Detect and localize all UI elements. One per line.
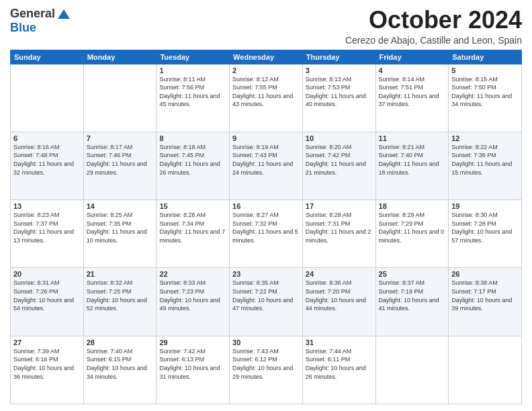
day-info: Sunrise: 7:39 AM Sunset: 6:16 PM Dayligh… (13, 347, 81, 381)
page: General Blue October 2024 Cerezo de Abaj… (0, 0, 532, 411)
day-info: Sunrise: 8:22 AM Sunset: 7:38 PM Dayligh… (451, 143, 519, 177)
day-number: 28 (87, 338, 154, 347)
day-info: Sunrise: 8:31 AM Sunset: 7:26 PM Dayligh… (13, 279, 81, 312)
day-info: Sunrise: 8:20 AM Sunset: 7:42 PM Dayligh… (306, 143, 373, 177)
table-row: 18Sunrise: 8:29 AM Sunset: 7:29 PM Dayli… (375, 200, 449, 268)
table-row: 13Sunrise: 8:23 AM Sunset: 7:37 PM Dayli… (11, 200, 84, 268)
logo: General Blue (10, 7, 70, 35)
table-row: 12Sunrise: 8:22 AM Sunset: 7:38 PM Dayli… (449, 132, 522, 199)
day-info: Sunrise: 7:43 AM Sunset: 6:12 PM Dayligh… (232, 347, 300, 381)
day-number: 2 (232, 66, 300, 75)
day-info: Sunrise: 8:36 AM Sunset: 7:20 PM Dayligh… (306, 279, 373, 312)
day-info: Sunrise: 8:33 AM Sunset: 7:23 PM Dayligh… (159, 279, 226, 312)
day-info: Sunrise: 7:44 AM Sunset: 6:11 PM Dayligh… (306, 347, 373, 381)
calendar-header-row: Sunday Monday Tuesday Wednesday Thursday… (11, 50, 522, 64)
table-row: 4Sunrise: 8:14 AM Sunset: 7:51 PM Daylig… (375, 64, 449, 132)
table-row: 20Sunrise: 8:31 AM Sunset: 7:26 PM Dayli… (11, 268, 84, 336)
table-row (83, 64, 157, 132)
day-number: 24 (306, 270, 373, 278)
table-row: 28Sunrise: 7:40 AM Sunset: 6:15 PM Dayli… (83, 336, 157, 404)
table-row: 10Sunrise: 8:20 AM Sunset: 7:42 PM Dayli… (302, 132, 375, 199)
day-info: Sunrise: 8:15 AM Sunset: 7:50 PM Dayligh… (451, 75, 519, 109)
day-number: 12 (451, 134, 519, 142)
day-number: 30 (232, 338, 300, 347)
col-saturday: Saturday (449, 50, 522, 64)
day-info: Sunrise: 8:11 AM Sunset: 7:56 PM Dayligh… (159, 75, 226, 109)
table-row: 29Sunrise: 7:42 AM Sunset: 6:13 PM Dayli… (157, 336, 230, 404)
day-info: Sunrise: 8:30 AM Sunset: 7:28 PM Dayligh… (451, 211, 519, 244)
month-title: October 2024 (345, 7, 522, 34)
day-info: Sunrise: 8:12 AM Sunset: 7:55 PM Dayligh… (232, 75, 300, 109)
table-row: 8Sunrise: 8:18 AM Sunset: 7:45 PM Daylig… (157, 132, 230, 199)
day-info: Sunrise: 8:18 AM Sunset: 7:45 PM Dayligh… (159, 143, 226, 177)
day-number: 31 (306, 338, 373, 347)
table-row: 11Sunrise: 8:21 AM Sunset: 7:40 PM Dayli… (375, 132, 449, 199)
table-row: 23Sunrise: 8:35 AM Sunset: 7:22 PM Dayli… (230, 268, 303, 336)
logo-triangle-icon (58, 9, 70, 19)
day-number: 8 (159, 134, 226, 142)
table-row: 21Sunrise: 8:32 AM Sunset: 7:25 PM Dayli… (83, 268, 157, 336)
day-number: 4 (379, 66, 446, 75)
table-row (449, 336, 522, 404)
day-info: Sunrise: 8:16 AM Sunset: 7:48 PM Dayligh… (13, 143, 81, 177)
day-number: 29 (159, 338, 226, 347)
table-row: 24Sunrise: 8:36 AM Sunset: 7:20 PM Dayli… (302, 268, 375, 336)
day-number: 9 (232, 134, 300, 142)
table-row: 6Sunrise: 8:16 AM Sunset: 7:48 PM Daylig… (11, 132, 84, 199)
day-info: Sunrise: 8:38 AM Sunset: 7:17 PM Dayligh… (451, 279, 519, 312)
day-number: 13 (13, 202, 81, 210)
table-row: 25Sunrise: 8:37 AM Sunset: 7:19 PM Dayli… (375, 268, 449, 336)
day-number: 25 (379, 270, 446, 278)
day-number: 7 (87, 134, 154, 142)
day-info: Sunrise: 8:21 AM Sunset: 7:40 PM Dayligh… (379, 143, 446, 177)
day-info: Sunrise: 8:27 AM Sunset: 7:32 PM Dayligh… (232, 211, 300, 244)
table-row: 19Sunrise: 8:30 AM Sunset: 7:28 PM Dayli… (449, 200, 522, 268)
day-number: 22 (159, 270, 226, 278)
table-row: 17Sunrise: 8:28 AM Sunset: 7:31 PM Dayli… (302, 200, 375, 268)
day-number: 19 (451, 202, 519, 210)
day-info: Sunrise: 7:40 AM Sunset: 6:15 PM Dayligh… (87, 347, 154, 381)
day-info: Sunrise: 8:26 AM Sunset: 7:34 PM Dayligh… (159, 211, 226, 244)
day-number: 27 (13, 338, 81, 347)
day-number: 21 (87, 270, 154, 278)
svg-marker-0 (58, 9, 70, 19)
col-friday: Friday (375, 50, 449, 64)
day-number: 6 (13, 134, 81, 142)
day-info: Sunrise: 8:19 AM Sunset: 7:43 PM Dayligh… (232, 143, 300, 177)
day-number: 3 (306, 66, 373, 75)
day-info: Sunrise: 8:13 AM Sunset: 7:53 PM Dayligh… (306, 75, 373, 109)
location: Cerezo de Abajo, Castille and Leon, Spai… (345, 35, 522, 46)
table-row: 7Sunrise: 8:17 AM Sunset: 7:46 PM Daylig… (83, 132, 157, 199)
table-row: 30Sunrise: 7:43 AM Sunset: 6:12 PM Dayli… (230, 336, 303, 404)
table-row: 27Sunrise: 7:39 AM Sunset: 6:16 PM Dayli… (11, 336, 84, 404)
title-block: October 2024 Cerezo de Abajo, Castille a… (345, 7, 522, 46)
calendar-table: Sunday Monday Tuesday Wednesday Thursday… (10, 50, 522, 404)
day-number: 20 (13, 270, 81, 278)
header: General Blue October 2024 Cerezo de Abaj… (10, 7, 522, 46)
day-number: 15 (159, 202, 226, 210)
day-info: Sunrise: 8:17 AM Sunset: 7:46 PM Dayligh… (87, 143, 154, 177)
day-number: 14 (87, 202, 154, 210)
table-row: 22Sunrise: 8:33 AM Sunset: 7:23 PM Dayli… (157, 268, 230, 336)
day-number: 1 (159, 66, 226, 75)
col-wednesday: Wednesday (230, 50, 303, 64)
logo-text-blue: Blue (10, 21, 36, 34)
table-row (11, 64, 84, 132)
col-sunday: Sunday (11, 50, 84, 64)
calendar-week-row: 20Sunrise: 8:31 AM Sunset: 7:26 PM Dayli… (11, 268, 522, 336)
day-info: Sunrise: 8:25 AM Sunset: 7:35 PM Dayligh… (87, 211, 154, 244)
day-info: Sunrise: 8:32 AM Sunset: 7:25 PM Dayligh… (87, 279, 154, 312)
day-number: 23 (232, 270, 300, 278)
table-row: 16Sunrise: 8:27 AM Sunset: 7:32 PM Dayli… (230, 200, 303, 268)
table-row: 15Sunrise: 8:26 AM Sunset: 7:34 PM Dayli… (157, 200, 230, 268)
col-tuesday: Tuesday (157, 50, 230, 64)
table-row: 31Sunrise: 7:44 AM Sunset: 6:11 PM Dayli… (302, 336, 375, 404)
col-monday: Monday (83, 50, 157, 64)
table-row: 26Sunrise: 8:38 AM Sunset: 7:17 PM Dayli… (449, 268, 522, 336)
day-number: 16 (232, 202, 300, 210)
day-number: 5 (451, 66, 519, 75)
calendar-week-row: 13Sunrise: 8:23 AM Sunset: 7:37 PM Dayli… (11, 200, 522, 268)
day-info: Sunrise: 8:23 AM Sunset: 7:37 PM Dayligh… (13, 211, 81, 244)
day-number: 18 (379, 202, 446, 210)
table-row: 9Sunrise: 8:19 AM Sunset: 7:43 PM Daylig… (230, 132, 303, 199)
